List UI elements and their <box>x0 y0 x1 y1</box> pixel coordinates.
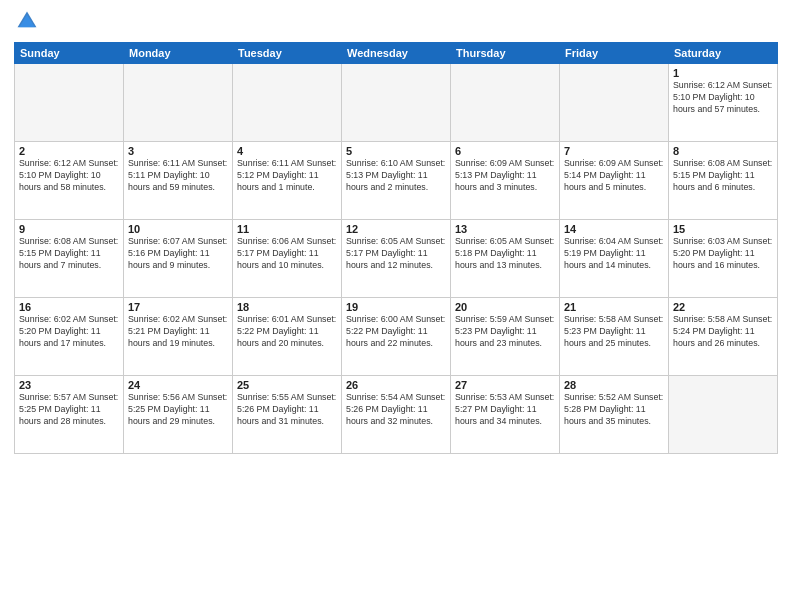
day-info: Sunrise: 6:07 AM Sunset: 5:16 PM Dayligh… <box>128 236 228 272</box>
day-number: 2 <box>19 145 119 157</box>
calendar-cell: 26Sunrise: 5:54 AM Sunset: 5:26 PM Dayli… <box>342 376 451 454</box>
calendar-header-tuesday: Tuesday <box>233 43 342 64</box>
day-info: Sunrise: 6:02 AM Sunset: 5:21 PM Dayligh… <box>128 314 228 350</box>
day-number: 14 <box>564 223 664 235</box>
calendar-cell <box>342 64 451 142</box>
calendar-cell: 20Sunrise: 5:59 AM Sunset: 5:23 PM Dayli… <box>451 298 560 376</box>
day-number: 25 <box>237 379 337 391</box>
day-info: Sunrise: 5:58 AM Sunset: 5:24 PM Dayligh… <box>673 314 773 350</box>
day-info: Sunrise: 5:54 AM Sunset: 5:26 PM Dayligh… <box>346 392 446 428</box>
day-info: Sunrise: 6:06 AM Sunset: 5:17 PM Dayligh… <box>237 236 337 272</box>
day-number: 18 <box>237 301 337 313</box>
calendar-header-thursday: Thursday <box>451 43 560 64</box>
day-info: Sunrise: 6:11 AM Sunset: 5:12 PM Dayligh… <box>237 158 337 194</box>
day-info: Sunrise: 5:56 AM Sunset: 5:25 PM Dayligh… <box>128 392 228 428</box>
calendar-cell: 17Sunrise: 6:02 AM Sunset: 5:21 PM Dayli… <box>124 298 233 376</box>
calendar-cell: 5Sunrise: 6:10 AM Sunset: 5:13 PM Daylig… <box>342 142 451 220</box>
day-info: Sunrise: 5:58 AM Sunset: 5:23 PM Dayligh… <box>564 314 664 350</box>
calendar-cell: 3Sunrise: 6:11 AM Sunset: 5:11 PM Daylig… <box>124 142 233 220</box>
day-number: 6 <box>455 145 555 157</box>
calendar-cell <box>669 376 778 454</box>
calendar-cell: 28Sunrise: 5:52 AM Sunset: 5:28 PM Dayli… <box>560 376 669 454</box>
day-info: Sunrise: 5:52 AM Sunset: 5:28 PM Dayligh… <box>564 392 664 428</box>
calendar-cell: 24Sunrise: 5:56 AM Sunset: 5:25 PM Dayli… <box>124 376 233 454</box>
day-number: 13 <box>455 223 555 235</box>
calendar-cell: 22Sunrise: 5:58 AM Sunset: 5:24 PM Dayli… <box>669 298 778 376</box>
calendar-week-2: 9Sunrise: 6:08 AM Sunset: 5:15 PM Daylig… <box>15 220 778 298</box>
calendar-cell <box>560 64 669 142</box>
page: SundayMondayTuesdayWednesdayThursdayFrid… <box>0 0 792 612</box>
day-number: 15 <box>673 223 773 235</box>
calendar-header-monday: Monday <box>124 43 233 64</box>
day-number: 23 <box>19 379 119 391</box>
day-number: 28 <box>564 379 664 391</box>
day-info: Sunrise: 5:57 AM Sunset: 5:25 PM Dayligh… <box>19 392 119 428</box>
calendar-cell: 12Sunrise: 6:05 AM Sunset: 5:17 PM Dayli… <box>342 220 451 298</box>
day-info: Sunrise: 6:10 AM Sunset: 5:13 PM Dayligh… <box>346 158 446 194</box>
header <box>14 10 778 36</box>
day-info: Sunrise: 5:55 AM Sunset: 5:26 PM Dayligh… <box>237 392 337 428</box>
day-info: Sunrise: 6:08 AM Sunset: 5:15 PM Dayligh… <box>673 158 773 194</box>
calendar-cell <box>233 64 342 142</box>
day-info: Sunrise: 6:03 AM Sunset: 5:20 PM Dayligh… <box>673 236 773 272</box>
day-number: 22 <box>673 301 773 313</box>
calendar-cell: 8Sunrise: 6:08 AM Sunset: 5:15 PM Daylig… <box>669 142 778 220</box>
calendar-cell: 27Sunrise: 5:53 AM Sunset: 5:27 PM Dayli… <box>451 376 560 454</box>
calendar-header-wednesday: Wednesday <box>342 43 451 64</box>
day-number: 5 <box>346 145 446 157</box>
day-number: 16 <box>19 301 119 313</box>
calendar-cell: 14Sunrise: 6:04 AM Sunset: 5:19 PM Dayli… <box>560 220 669 298</box>
day-number: 27 <box>455 379 555 391</box>
day-number: 7 <box>564 145 664 157</box>
calendar-cell: 4Sunrise: 6:11 AM Sunset: 5:12 PM Daylig… <box>233 142 342 220</box>
day-info: Sunrise: 5:53 AM Sunset: 5:27 PM Dayligh… <box>455 392 555 428</box>
day-info: Sunrise: 6:12 AM Sunset: 5:10 PM Dayligh… <box>19 158 119 194</box>
calendar-cell: 21Sunrise: 5:58 AM Sunset: 5:23 PM Dayli… <box>560 298 669 376</box>
day-number: 9 <box>19 223 119 235</box>
day-number: 8 <box>673 145 773 157</box>
calendar-table: SundayMondayTuesdayWednesdayThursdayFrid… <box>14 42 778 454</box>
day-info: Sunrise: 6:08 AM Sunset: 5:15 PM Dayligh… <box>19 236 119 272</box>
calendar-cell <box>124 64 233 142</box>
day-number: 10 <box>128 223 228 235</box>
logo-icon <box>16 10 38 32</box>
day-number: 1 <box>673 67 773 79</box>
day-info: Sunrise: 6:05 AM Sunset: 5:17 PM Dayligh… <box>346 236 446 272</box>
calendar-cell: 2Sunrise: 6:12 AM Sunset: 5:10 PM Daylig… <box>15 142 124 220</box>
day-number: 24 <box>128 379 228 391</box>
calendar-week-0: 1Sunrise: 6:12 AM Sunset: 5:10 PM Daylig… <box>15 64 778 142</box>
day-info: Sunrise: 6:09 AM Sunset: 5:14 PM Dayligh… <box>564 158 664 194</box>
day-info: Sunrise: 6:02 AM Sunset: 5:20 PM Dayligh… <box>19 314 119 350</box>
calendar-header-row: SundayMondayTuesdayWednesdayThursdayFrid… <box>15 43 778 64</box>
day-number: 12 <box>346 223 446 235</box>
day-number: 19 <box>346 301 446 313</box>
calendar-cell: 13Sunrise: 6:05 AM Sunset: 5:18 PM Dayli… <box>451 220 560 298</box>
day-info: Sunrise: 6:04 AM Sunset: 5:19 PM Dayligh… <box>564 236 664 272</box>
calendar-header-sunday: Sunday <box>15 43 124 64</box>
calendar-cell: 1Sunrise: 6:12 AM Sunset: 5:10 PM Daylig… <box>669 64 778 142</box>
day-number: 4 <box>237 145 337 157</box>
calendar-cell <box>451 64 560 142</box>
day-info: Sunrise: 6:12 AM Sunset: 5:10 PM Dayligh… <box>673 80 773 116</box>
day-number: 17 <box>128 301 228 313</box>
calendar-cell: 15Sunrise: 6:03 AM Sunset: 5:20 PM Dayli… <box>669 220 778 298</box>
calendar-cell: 16Sunrise: 6:02 AM Sunset: 5:20 PM Dayli… <box>15 298 124 376</box>
calendar-cell: 25Sunrise: 5:55 AM Sunset: 5:26 PM Dayli… <box>233 376 342 454</box>
day-info: Sunrise: 6:11 AM Sunset: 5:11 PM Dayligh… <box>128 158 228 194</box>
day-info: Sunrise: 6:00 AM Sunset: 5:22 PM Dayligh… <box>346 314 446 350</box>
calendar-cell: 23Sunrise: 5:57 AM Sunset: 5:25 PM Dayli… <box>15 376 124 454</box>
calendar-cell: 9Sunrise: 6:08 AM Sunset: 5:15 PM Daylig… <box>15 220 124 298</box>
day-info: Sunrise: 5:59 AM Sunset: 5:23 PM Dayligh… <box>455 314 555 350</box>
day-info: Sunrise: 6:09 AM Sunset: 5:13 PM Dayligh… <box>455 158 555 194</box>
day-info: Sunrise: 6:01 AM Sunset: 5:22 PM Dayligh… <box>237 314 337 350</box>
day-number: 20 <box>455 301 555 313</box>
calendar-header-saturday: Saturday <box>669 43 778 64</box>
day-number: 11 <box>237 223 337 235</box>
calendar-cell: 6Sunrise: 6:09 AM Sunset: 5:13 PM Daylig… <box>451 142 560 220</box>
calendar-header-friday: Friday <box>560 43 669 64</box>
calendar-cell: 10Sunrise: 6:07 AM Sunset: 5:16 PM Dayli… <box>124 220 233 298</box>
day-number: 21 <box>564 301 664 313</box>
calendar-week-3: 16Sunrise: 6:02 AM Sunset: 5:20 PM Dayli… <box>15 298 778 376</box>
calendar-cell: 19Sunrise: 6:00 AM Sunset: 5:22 PM Dayli… <box>342 298 451 376</box>
calendar-cell: 11Sunrise: 6:06 AM Sunset: 5:17 PM Dayli… <box>233 220 342 298</box>
